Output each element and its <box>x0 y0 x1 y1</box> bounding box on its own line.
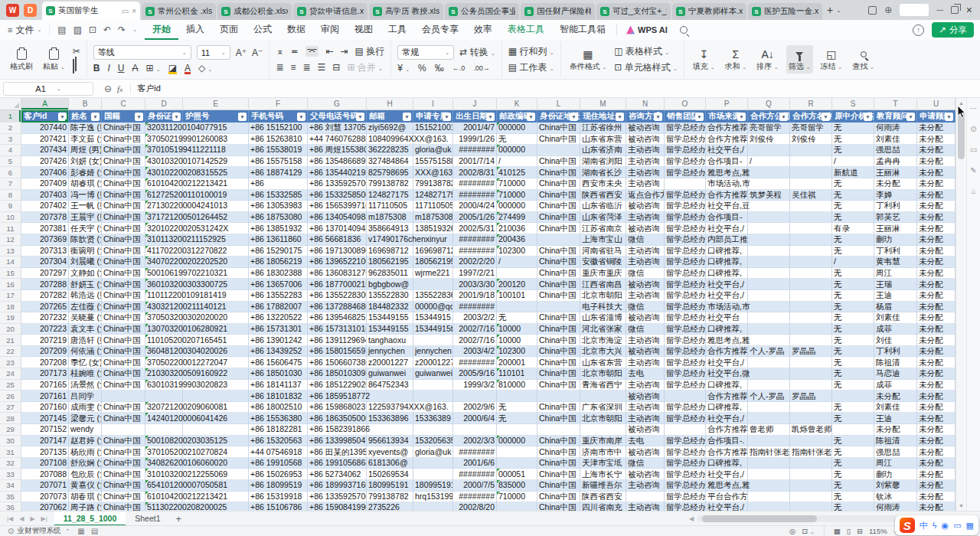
cell[interactable]: +86 15106786 <box>249 502 308 511</box>
tab-list-caret-icon[interactable]: ⌄ <box>836 7 841 14</box>
cell[interactable]: 358664913 <box>367 223 413 234</box>
cell[interactable]: 2002/9/6 <box>453 402 497 413</box>
cell[interactable]: +86 1354866895 <box>308 156 367 168</box>
cell[interactable]: China中国 <box>537 223 580 234</box>
cell[interactable]: 2735226 <box>367 502 413 511</box>
cell[interactable]: 成雨雯 (女 <box>69 402 102 413</box>
cell[interactable] <box>665 391 706 402</box>
cell[interactable]: 去电 <box>626 368 665 380</box>
cell[interactable] <box>367 391 413 402</box>
cell[interactable]: 合作项目- <box>706 212 748 224</box>
cell[interactable] <box>790 156 832 168</box>
cell[interactable]: 1999/3/2 <box>453 380 497 391</box>
cell[interactable]: +86 1590841990 <box>308 502 367 511</box>
filter-button[interactable]: 筛选 ⌄ <box>786 45 813 74</box>
page-layout-icon[interactable]: ▯ <box>847 527 851 535</box>
cell[interactable]: China中国 <box>537 156 580 168</box>
contact-icon[interactable]: ⊙ <box>970 125 976 133</box>
cell[interactable]: 主动咨询 <box>626 145 665 156</box>
cell[interactable]: 2001/7/14 <box>453 156 497 168</box>
cell[interactable]: 广东省深圳 <box>580 402 626 413</box>
close-tab-icon[interactable]: × <box>132 7 136 15</box>
cell[interactable]: 留学总经办 <box>665 492 706 503</box>
cell[interactable]: 留学总经办 <box>665 279 706 290</box>
cell[interactable]: 未分配 <box>917 391 956 402</box>
menu-item-插入[interactable]: 插入 <box>178 20 212 40</box>
cell[interactable]: 未分配 <box>917 312 956 324</box>
cell[interactable]: 511302200208200025 <box>145 502 183 511</box>
cell[interactable]: 钦冰 <box>874 492 917 503</box>
cell[interactable]: 15344915t <box>413 324 453 335</box>
cell[interactable]: 2002/8/31 <box>453 167 497 178</box>
table-column-header[interactable]: 姓名▼ <box>69 110 102 123</box>
cell[interactable]: 马恋迪 <box>874 368 917 380</box>
cell[interactable]: 未分配 <box>917 502 956 511</box>
cell[interactable]: China中国 <box>537 335 580 346</box>
column-header-G[interactable]: G <box>308 98 367 110</box>
cell[interactable]: 社交平台,/ <box>706 279 748 290</box>
normal-view-icon[interactable]: ▦ <box>834 527 841 535</box>
cell[interactable]: 无 <box>832 145 874 156</box>
cell[interactable] <box>102 391 145 402</box>
cell[interactable]: +86 1598680231 <box>308 402 367 413</box>
row-header-6[interactable]: 6 <box>0 167 21 178</box>
cell[interactable]: 无 <box>832 302 874 313</box>
select-all-corner[interactable] <box>0 98 21 110</box>
cell[interactable] <box>790 335 832 346</box>
column-header-P[interactable]: P <box>706 98 748 110</box>
cell[interactable]: 207088 <box>21 469 69 480</box>
thousands-icon[interactable]: ‰ <box>435 63 444 74</box>
cell[interactable] <box>580 391 626 402</box>
cell[interactable] <box>748 335 790 346</box>
table-column-header[interactable]: 销售团队▼ <box>665 110 706 123</box>
cell[interactable]: 亮哥留学 <box>790 123 832 134</box>
cell[interactable]: 河北省张家 <box>580 324 626 335</box>
cell[interactable] <box>537 302 580 313</box>
cell[interactable]: 湖南省浏阳 <box>580 156 626 168</box>
cell[interactable]: 合作方推荐 <box>706 424 748 436</box>
cell[interactable]: 未分配 <box>917 302 956 313</box>
cell[interactable] <box>790 201 832 212</box>
cell[interactable]: China中国 <box>102 123 145 134</box>
cell[interactable] <box>790 312 832 324</box>
cell[interactable]: XXX@163.c <box>413 167 453 178</box>
cell[interactable]: +86 15606475 <box>249 357 308 368</box>
cell[interactable]: 山东省临沂 <box>580 201 626 212</box>
cell[interactable]: China中国 <box>537 402 580 413</box>
cell[interactable]: +86 1580156591 <box>308 346 367 358</box>
cell[interactable]: 周子路 (女 <box>69 502 102 511</box>
cell[interactable]: 无 <box>832 357 874 368</box>
cell[interactable]: 江苏省南京 <box>580 223 626 234</box>
column-header-L[interactable]: L <box>537 98 580 110</box>
toolbox-icon[interactable]: ▦ <box>966 521 974 531</box>
cell[interactable]: 2005/9/16 <box>453 368 497 380</box>
cell[interactable]: +86 1335925706 <box>308 178 367 190</box>
cell[interactable]: 2003/4/2 <box>453 346 497 358</box>
cell[interactable]: 207402 <box>21 201 69 212</box>
cell[interactable]: 2001/4/7 <box>453 123 497 134</box>
cell[interactable]: 无 <box>832 324 874 335</box>
column-header-F[interactable]: F <box>249 98 308 110</box>
file-tab[interactable]: S高学历 教授.xlsx <box>369 3 443 20</box>
cell[interactable]: 未分配 <box>917 234 956 246</box>
cell[interactable]: 180562195 <box>413 257 453 268</box>
cell[interactable]: China中国 <box>102 312 145 324</box>
cell[interactable]: 未分配 <box>917 424 956 436</box>
cell[interactable]: 未分配 <box>917 368 956 380</box>
filter-dropdown-icon[interactable]: ▼ <box>616 113 624 121</box>
cell[interactable]: China中国 <box>537 502 580 511</box>
cell[interactable]: 未分配 <box>917 469 956 480</box>
cell[interactable]: 主动咨询 <box>626 413 665 424</box>
cell[interactable]: 口碑推荐, <box>706 246 748 257</box>
cell[interactable]: +86 18874129 <box>249 167 308 178</box>
cell[interactable]: 未分配 <box>917 123 956 134</box>
cell[interactable]: ######## <box>453 357 497 368</box>
cell[interactable]: 207434 <box>21 145 69 156</box>
cell[interactable] <box>748 178 790 190</box>
cell[interactable]: 吴佳祺 <box>790 190 832 201</box>
cell[interactable]: 207073 <box>21 492 69 503</box>
cell[interactable]: 无 <box>832 190 874 201</box>
cell[interactable] <box>790 145 832 156</box>
cell[interactable]: China中国 <box>102 268 145 279</box>
menu-item-会员专享[interactable]: 会员专享 <box>414 20 466 40</box>
